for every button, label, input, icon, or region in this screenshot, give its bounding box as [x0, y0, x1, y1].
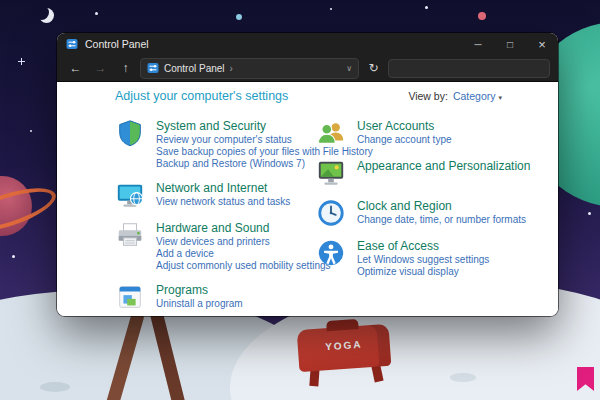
control-panel-window: Control Panel ─ □ × ← → ↑ Control Panel … [57, 33, 558, 316]
crater [450, 373, 476, 382]
small-planet [478, 12, 486, 20]
minimize-button[interactable]: ─ [462, 33, 494, 55]
control-panel-icon [66, 38, 78, 50]
navigation-toolbar: ← → ↑ Control Panel › ∨ ↻ [57, 55, 558, 82]
category-link[interactable]: Backup and Restore (Windows 7) [156, 158, 316, 170]
address-bar[interactable]: Control Panel › ∨ [140, 58, 359, 79]
category-link[interactable]: View network status and tasks [156, 196, 290, 208]
category-link[interactable]: Save backup copies of your files with Fi… [156, 146, 316, 158]
category-link[interactable]: Add a device [156, 248, 316, 260]
crater [40, 382, 70, 392]
up-button[interactable]: ↑ [115, 58, 136, 78]
breadcrumb-chevron-icon[interactable]: › [230, 63, 233, 74]
category-user-accounts: User Accounts Change account type [316, 118, 530, 148]
category-title[interactable]: User Accounts [357, 119, 452, 133]
control-panel-icon-small [147, 62, 159, 74]
caption-buttons: ─ □ × [462, 33, 558, 55]
desktop-background: YOGA Control Panel ─ □ × ← → ↑ Control P [0, 0, 600, 400]
page-title: Adjust your computer's settings [115, 89, 288, 103]
view-by-dropdown[interactable]: Category ▾ [453, 90, 502, 102]
titlebar[interactable]: Control Panel ─ □ × [57, 33, 558, 55]
programs-box-icon[interactable] [115, 282, 145, 312]
category-clock-and-region: Clock and Region Change date, time, or n… [316, 198, 530, 228]
category-network-and-internet: Network and Internet View network status… [115, 180, 316, 210]
category-title[interactable]: Programs [156, 283, 243, 297]
chevron-down-icon: ▾ [498, 94, 502, 102]
view-by-value: Category [453, 90, 496, 102]
printer-icon[interactable] [115, 220, 145, 250]
star-sparkle [18, 58, 25, 65]
category-link[interactable]: Review your computer's status [156, 134, 316, 146]
category-link[interactable]: Let Windows suggest settings [357, 254, 489, 266]
category-appearance-and-personalization: Appearance and Personalization [316, 158, 530, 188]
category-title[interactable]: Appearance and Personalization [357, 159, 530, 173]
maximize-button[interactable]: □ [494, 33, 526, 55]
category-link[interactable]: Optimize visual display [357, 266, 489, 278]
security-shield-icon[interactable] [115, 118, 145, 148]
yoga-stool: YOGA [297, 324, 392, 372]
category-title[interactable]: Hardware and Sound [156, 221, 316, 235]
view-by-label: View by: [408, 90, 448, 102]
star [425, 6, 428, 9]
small-planet [236, 14, 242, 20]
network-monitor-icon[interactable] [115, 180, 145, 210]
category-link[interactable]: Change account type [357, 134, 452, 146]
category-title[interactable]: Clock and Region [357, 199, 526, 213]
ease-of-access-icon[interactable] [316, 238, 346, 268]
user-accounts-icon[interactable] [316, 118, 346, 148]
refresh-button[interactable]: ↻ [363, 58, 384, 78]
breadcrumb[interactable]: Control Panel [164, 63, 225, 74]
category-title[interactable]: Network and Internet [156, 181, 290, 195]
address-dropdown-icon[interactable]: ∨ [346, 64, 352, 73]
window-title: Control Panel [85, 38, 149, 50]
category-programs: Programs Uninstall a program [115, 282, 316, 312]
right-column: User Accounts Change account type Appear… [316, 118, 530, 316]
category-link[interactable]: Change date, time, or number formats [357, 214, 526, 226]
category-link[interactable]: Uninstall a program [156, 298, 243, 310]
clock-icon[interactable] [316, 198, 346, 228]
category-ease-of-access: Ease of Access Let Windows suggest setti… [316, 238, 530, 278]
crescent-moon-icon [34, 5, 49, 20]
category-link[interactable]: View devices and printers [156, 236, 316, 248]
control-panel-content: Adjust your computer's settings View by:… [57, 82, 558, 316]
category-hardware-and-sound: Hardware and Sound View devices and prin… [115, 220, 316, 272]
left-column: System and Security Review your computer… [115, 118, 316, 316]
forward-button[interactable]: → [90, 58, 111, 78]
search-input[interactable] [388, 59, 550, 78]
view-by: View by: Category ▾ [408, 90, 502, 102]
category-link[interactable]: Adjust commonly used mobility settings [156, 260, 316, 272]
star [30, 130, 32, 132]
back-button[interactable]: ← [65, 58, 86, 78]
category-title[interactable]: Ease of Access [357, 239, 489, 253]
category-title[interactable]: System and Security [156, 119, 316, 133]
star [330, 8, 332, 10]
appearance-monitor-icon[interactable] [316, 158, 346, 188]
close-button[interactable]: × [526, 33, 558, 55]
star [588, 212, 591, 215]
star [12, 255, 15, 258]
category-system-and-security: System and Security Review your computer… [115, 118, 316, 170]
star [95, 12, 98, 15]
